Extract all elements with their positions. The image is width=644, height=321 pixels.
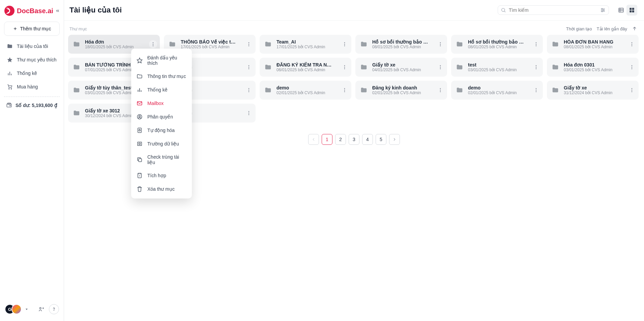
folder-card[interactable]: demo02/01/2025 bởi CVS Admin (260, 81, 351, 100)
svg-rect-29 (630, 8, 632, 10)
folder-more-button[interactable] (628, 63, 636, 71)
folder-icon (264, 63, 272, 71)
folder-card[interactable]: Hồ sơ bồi thường bảo …08/01/2025 bởi CVS… (355, 35, 447, 54)
folder-more-button[interactable] (436, 63, 444, 71)
svg-point-76 (344, 88, 345, 89)
ctx-item-label: Thông tin thư mục (147, 74, 186, 79)
folder-card[interactable]: Hồ sơ bồi thường bảo …08/01/2025 bởi CVS… (451, 35, 543, 54)
ctx-item[interactable]: Xóa thư mục (131, 182, 192, 196)
svg-point-93 (248, 114, 249, 115)
balance-row[interactable]: Số dư: 5,193,600 ₫ (3, 100, 61, 110)
folder-more-button[interactable] (532, 86, 540, 94)
ctx-item[interactable]: Mailbox (131, 97, 192, 110)
ctx-item[interactable]: Trường dữ liệu (131, 137, 192, 151)
help-button[interactable] (49, 304, 59, 314)
view-grid-button[interactable] (626, 5, 637, 16)
page-next-button[interactable] (389, 134, 400, 145)
svg-line-18 (504, 11, 505, 12)
svg-point-81 (440, 91, 441, 92)
user-menu-caret[interactable] (24, 304, 30, 314)
sidebar-item-3[interactable]: Mua hàng (3, 80, 60, 93)
folder-more-button[interactable] (436, 40, 444, 48)
folder-more-button[interactable] (245, 63, 253, 71)
folder-more-button[interactable] (341, 86, 349, 94)
svg-point-11 (10, 105, 10, 106)
svg-point-58 (344, 65, 345, 66)
folder-more-button[interactable] (245, 86, 253, 94)
sidebar-item-label: Tài liệu của tôi (17, 44, 48, 49)
folder-card[interactable]: Giấy tờ xe31/12/2024 bởi CVS Admin (547, 81, 639, 100)
svg-point-37 (248, 42, 249, 43)
ctx-item[interactable]: Tự động hóa (131, 124, 192, 137)
svg-marker-94 (137, 58, 142, 63)
sidebar-collapse-button[interactable] (55, 8, 60, 13)
page-prev-button[interactable] (308, 134, 319, 145)
integration-icon (137, 172, 143, 179)
svg-point-100 (139, 115, 141, 117)
folder-icon (73, 86, 80, 94)
stats-icon (137, 87, 143, 93)
folder-more-button[interactable] (149, 40, 157, 48)
page-button-1[interactable]: 1 (322, 134, 332, 145)
ctx-item[interactable]: Tích hợp (131, 169, 192, 182)
ctx-item[interactable]: Đánh dấu yêu thích (131, 51, 192, 70)
folder-title: demo (276, 85, 338, 90)
avatar-stack[interactable]: G (5, 304, 22, 314)
svg-point-51 (632, 45, 632, 46)
folder-more-button[interactable] (436, 86, 444, 94)
page-button-2[interactable]: 2 (335, 134, 346, 145)
app-root: DocBase.ai Thêm thư mục Tài liệu của tôi… (0, 0, 644, 321)
page-button-5[interactable]: 5 (376, 134, 386, 145)
folder-info: Hồ sơ bồi thường bảo …08/01/2025 bởi CVS… (372, 39, 434, 49)
ctx-item-label: Check trùng tài liệu (147, 154, 186, 165)
switch-role-button[interactable] (36, 304, 46, 314)
svg-point-45 (440, 45, 441, 46)
sidebar-item-0[interactable]: Tài liệu của tôi (3, 40, 60, 53)
folder-more-button[interactable] (532, 63, 540, 71)
sidebar-item-label: Thống kê (17, 71, 37, 76)
folder-card[interactable]: Team_AI17/01/2025 bởi CVS Admin (260, 35, 351, 54)
folder-card[interactable]: demo02/01/2025 bởi CVS Admin (451, 81, 543, 100)
ctx-item[interactable]: Thống kê (131, 83, 192, 97)
folder-info: Hóa đơn 030103/01/2025 bởi CVS Admin (564, 62, 625, 72)
folder-more-button[interactable] (341, 40, 349, 48)
sort-time-label[interactable]: Thời gian tạo (566, 26, 592, 31)
filter-icon[interactable] (600, 7, 606, 13)
svg-point-8 (11, 88, 11, 89)
folder-card[interactable]: Đăng ký kinh doanh02/01/2025 bởi CVS Adm… (355, 81, 447, 100)
page-button-4[interactable]: 4 (362, 134, 373, 145)
folder-meta: 17/01/2025 bởi CVS Admin (181, 45, 242, 49)
folder-more-button[interactable] (245, 109, 253, 117)
svg-point-13 (40, 307, 41, 309)
ctx-item[interactable]: Phân quyền (131, 110, 192, 124)
folder-icon (73, 41, 80, 48)
folder-more-button[interactable] (341, 63, 349, 71)
folder-card[interactable]: ĐĂNG KÝ KIỂM TRA N…06/01/2025 bởi CVS Ad… (260, 58, 351, 77)
search-box[interactable] (498, 5, 609, 15)
folder-more-button[interactable] (532, 40, 540, 48)
folder-more-button[interactable] (628, 40, 636, 48)
folder-card[interactable]: HÓA ĐƠN BAN HANG08/01/2025 bởi CVS Admin (547, 35, 639, 54)
folder-title: Team_AI (276, 39, 338, 45)
sidebar-item-label: Thư mục yêu thích (17, 57, 57, 62)
svg-point-35 (153, 44, 153, 45)
search-input[interactable] (509, 7, 597, 13)
sidebar-item-2[interactable]: Thống kê (3, 67, 60, 80)
ctx-item[interactable]: Thông tin thư mục (131, 70, 192, 83)
sidebar-item-1[interactable]: Thư mục yêu thích (3, 53, 60, 66)
folder-title: ĐĂNG KÝ KIỂM TRA N… (276, 62, 338, 68)
folder-card[interactable]: Hóa đơn 030103/01/2025 bởi CVS Admin (547, 58, 639, 77)
sort-direction-icon[interactable] (632, 26, 637, 31)
ctx-item[interactable]: Check trùng tài liệu (131, 151, 192, 169)
add-folder-button[interactable]: Thêm thư mục (4, 22, 60, 36)
folder-card[interactable]: test03/01/2025 bởi CVS Admin (451, 58, 543, 77)
view-list-button[interactable] (616, 5, 626, 16)
sort-recent-label[interactable]: Tải lên gần đây (597, 26, 627, 31)
folder-more-button[interactable] (628, 86, 636, 94)
folder-more-button[interactable] (245, 40, 253, 48)
add-folder-label: Thêm thư mục (20, 26, 51, 31)
folder-card[interactable]: Giấy tờ xe04/01/2025 bởi CVS Admin (355, 58, 447, 77)
page-button-3[interactable]: 3 (349, 134, 359, 145)
copy-icon (137, 157, 143, 163)
logo-mark-icon (4, 5, 15, 16)
